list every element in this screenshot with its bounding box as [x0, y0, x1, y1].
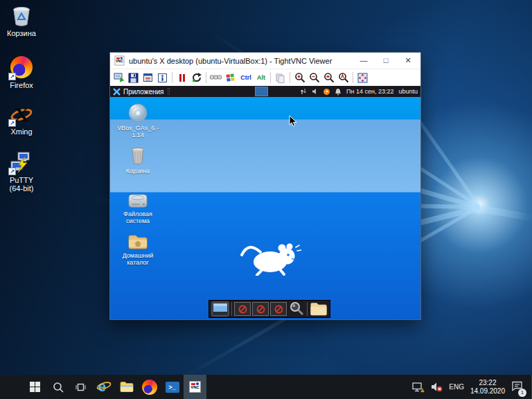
vnc-viewer-window: VNC ubuntu's X desktop (ubuntu-VirtualBo…: [109, 52, 421, 320]
panel-user[interactable]: ubuntu: [398, 88, 418, 95]
icon-label: система: [116, 218, 160, 224]
vnc-title-bar[interactable]: VNC ubuntu's X desktop (ubuntu-VirtualBo…: [110, 53, 420, 69]
action-center-button[interactable]: 1: [511, 380, 523, 394]
desktop-icon-firefox[interactable]: ↗ Firefox: [1, 55, 42, 89]
cd-icon: [127, 103, 148, 123]
notification-bell-icon[interactable]: [335, 88, 342, 96]
zoom-in-button[interactable]: [293, 71, 306, 85]
volume-muted-icon[interactable]: [431, 382, 443, 392]
taskbar-left: e >_ VNC: [0, 375, 206, 399]
ctrl-key-button[interactable]: Ctrl: [238, 71, 254, 85]
maximize-button[interactable]: □: [375, 53, 397, 69]
trash-icon: [128, 145, 148, 166]
close-button[interactable]: ✕: [397, 53, 419, 69]
firefox-taskbar-button[interactable]: [138, 375, 161, 399]
icon-label: Корзина: [116, 168, 160, 175]
xfce-dock: [209, 300, 330, 318]
workspace-button-3[interactable]: [270, 302, 287, 316]
home-folder-icon: [127, 233, 148, 251]
update-indicator-icon[interactable]: [323, 89, 330, 95]
desktop-icon-putty[interactable]: ↗ PuTTY (64-bit): [1, 151, 42, 193]
file-manager-dock-button[interactable]: [310, 301, 328, 317]
fullscreen-button[interactable]: [356, 71, 369, 85]
language-indicator[interactable]: ENG: [449, 383, 464, 391]
refresh-button[interactable]: [190, 71, 203, 85]
desktop-icon-label: PuTTY: [1, 176, 42, 184]
show-desktop-button[interactable]: [211, 301, 229, 317]
search-button[interactable]: [46, 375, 69, 399]
tightvnc-logo-icon: VNC: [189, 381, 201, 393]
search-dock-button[interactable]: [288, 301, 305, 317]
xming-icon: X ↗: [10, 103, 33, 126]
workspace-button-2[interactable]: [252, 302, 269, 316]
harddrive-icon: [127, 193, 148, 209]
desktop-icon-recycle-bin[interactable]: Корзина: [1, 4, 42, 37]
icon-label: Файловая: [116, 211, 160, 218]
putty-icon: ↗: [10, 151, 33, 175]
wallpaper-ray: [479, 205, 532, 222]
desktop-icon-filesystem[interactable]: Файловая система: [116, 193, 160, 224]
applications-menu[interactable]: Приложения: [123, 88, 164, 96]
toolbar-separator: [172, 72, 172, 83]
volume-icon[interactable]: [312, 88, 319, 95]
shortcut-arrow-icon: ↗: [8, 168, 16, 175]
system-tray: ENG 23:22 14.09.2020 1: [412, 375, 531, 399]
new-connection-button[interactable]: [112, 71, 125, 85]
xfce-desktop: VBox_GAs_6.- 1.14 Корзина: [110, 97, 420, 319]
internet-explorer-button[interactable]: e: [92, 375, 115, 399]
zoom-100-button[interactable]: [322, 71, 335, 85]
ctrl-alt-del-icon[interactable]: [209, 71, 222, 85]
workspace-pager[interactable]: [255, 87, 268, 96]
firefox-icon: ↗: [10, 56, 33, 80]
xfce-mouse-logo: [239, 238, 301, 278]
network-status-icon[interactable]: [412, 382, 425, 393]
panel-tray: Пн 14 сен, 23:22 ubuntu: [300, 88, 418, 96]
zoom-auto-button[interactable]: [337, 71, 350, 85]
windows-taskbar: e >_ VNC: [0, 375, 532, 399]
connection-info-button[interactable]: [156, 71, 169, 85]
taskbar-clock[interactable]: 23:22 14.09.2020: [470, 379, 505, 396]
desktop-icon-label: Firefox: [1, 81, 42, 89]
window-title: ubuntu's X desktop (ubuntu-VirtualBox:1)…: [129, 57, 353, 65]
shortcut-arrow-icon: ↗: [8, 73, 16, 80]
network-updown-icon[interactable]: [300, 88, 307, 95]
desktop-icon-label: Xming: [1, 127, 42, 136]
taskbar-date: 14.09.2020: [470, 387, 505, 396]
zoom-out-button[interactable]: [308, 71, 321, 85]
icon-label: каталог: [116, 259, 160, 266]
vnc-toolbar: Ctrl Alt: [110, 69, 420, 86]
minimize-button[interactable]: —: [353, 53, 375, 69]
start-button[interactable]: [24, 375, 46, 399]
workspace-button-1[interactable]: [234, 302, 251, 316]
pause-button[interactable]: [175, 71, 188, 85]
mouse-cursor: [289, 115, 297, 130]
panel-grip: [168, 88, 170, 95]
desktop-icon-xming[interactable]: X ↗ Xming: [1, 103, 42, 136]
desktop-icon-vbox-additions[interactable]: VBox_GAs_6.- 1.14: [116, 103, 160, 139]
shortcut-arrow-icon: ↗: [8, 119, 16, 127]
desktop-icon-home[interactable]: Домашний каталог: [116, 233, 160, 266]
task-view-button[interactable]: [69, 375, 92, 399]
powershell-button[interactable]: >_: [161, 375, 184, 399]
save-session-button[interactable]: [127, 71, 140, 85]
win-key-button[interactable]: [224, 71, 237, 85]
icon-label: 1.14: [116, 132, 160, 139]
notification-badge: 1: [518, 389, 526, 397]
clipboard-transfer-icon: [274, 71, 287, 85]
icon-label: Домашний: [116, 252, 160, 259]
alt-key-button[interactable]: Alt: [255, 71, 267, 85]
file-explorer-button[interactable]: [115, 375, 138, 399]
connection-options-button[interactable]: [141, 71, 154, 85]
dock-separator: [307, 302, 308, 316]
icon-label: VBox_GAs_6.-: [116, 125, 160, 132]
recycle-bin-icon: [10, 4, 33, 28]
tightvnc-logo-icon: VNC: [115, 56, 125, 66]
desktop-icon-label-line2: (64-bit): [1, 184, 42, 193]
toolbar-separator: [353, 72, 353, 83]
panel-clock[interactable]: Пн 14 сен, 23:22: [346, 88, 393, 95]
desktop-icon-trash[interactable]: Корзина: [116, 145, 160, 175]
xfce-top-panel: Приложения Пн 14 сен,: [110, 86, 420, 97]
toolbar-separator: [206, 72, 206, 83]
internet-explorer-icon: e: [96, 380, 112, 395]
tightvnc-taskbar-button[interactable]: VNC: [184, 375, 206, 399]
